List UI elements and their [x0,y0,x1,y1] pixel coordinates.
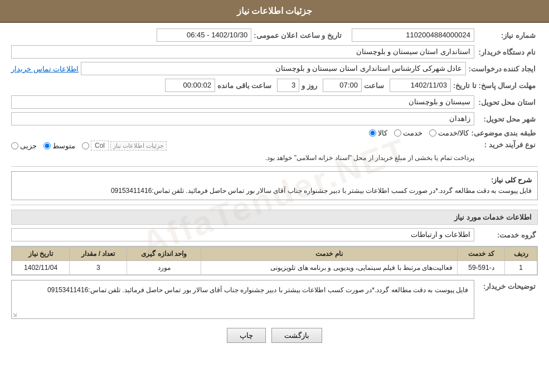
process-radio-group: جزیی متوسط جزئیات اطلاعات نیاز Col [11,141,474,151]
back-button[interactable]: بازگشت [271,328,322,343]
print-button[interactable]: چاپ [227,328,266,343]
category-kala-khedmat-label: کالا/خدمت [438,129,469,137]
process-type-label: نوع فرآیند خرید : [477,141,538,149]
city-value: زاهدان [11,112,474,125]
creator-value: عادل شهرکی کارشناس استانداری استان سیستا… [81,62,466,75]
table-row: 1 د-591-59 فعالیت‌های مرتبط با فیلم سینم… [12,261,537,275]
process-joz-label: جزیی [20,142,37,150]
col-row: ردیف [505,247,537,261]
city-label: شهر محل تحویل: [477,115,538,123]
category-option-kala[interactable]: کالا [369,129,387,137]
category-option-khedmat[interactable]: خدمت [394,129,422,137]
category-khedmat-label: خدمت [403,129,422,137]
cell-code: د-591-59 [458,261,505,275]
process-col-radio[interactable] [82,142,89,149]
services-table: ردیف کد خدمت نام خدمت واحد اندازه گیری ت… [11,246,538,275]
category-kala-khedmat-radio[interactable] [429,129,436,137]
buyer-name-label: نام دستگاه خریدار: [477,48,538,56]
deadline-remaining-value: 00:00:02 [165,79,215,92]
need-number-value: 1102004884000024 [352,28,474,42]
description-text: فایل پیوست به دقت مطالعه گردد.*در صورت ک… [111,187,532,195]
cell-name: فعالیت‌های مرتبط با فیلم سینمایی، ویدیوی… [201,261,458,275]
creator-label: ایجاد کننده درخواست: [468,65,538,73]
procurement-note: پرداخت تمام یا بخشی از مبلغ خریدار از مح… [11,154,474,162]
process-col-label: جزئیات اطلاعات نیاز [110,141,167,151]
col-code: کد خدمت [458,247,505,261]
deadline-time-value: 07:00 [323,79,362,92]
category-kala-radio[interactable] [369,129,376,137]
bottom-buttons: بازگشت چاپ [11,322,538,351]
cell-row: 1 [505,261,537,275]
province-value: سیستان و بلوچستان [11,95,474,109]
deadline-days-label: روز و [302,81,317,90]
deadline-date-value: 1402/11/03 [390,79,451,92]
category-option-kala-khedmat[interactable]: کالا/خدمت [429,129,469,137]
category-kala-label: کالا [378,129,387,137]
category-radio-group: کالا خدمت کالا/خدمت [369,129,469,137]
buyer-notes-text: فایل پیوست به دقت مطالعه گردد.*در صورت ک… [11,280,474,319]
buyer-notes-label: توضیحات خریدار: [477,280,538,291]
service-group-value: اطلاعات و ارتباطات [11,228,474,241]
category-label: طبقه بندی موضوعی: [471,129,538,137]
page-title: جزئیات اطلاعات نیاز [0,0,549,23]
cell-date: 1402/11/04 [12,261,70,275]
process-option-col[interactable]: جزئیات اطلاعات نیاز Col [82,141,167,151]
col-unit: واحد اندازه گیری [127,247,201,261]
col-name: نام خدمت [201,247,458,261]
announce-date-label: تاریخ و ساعت اعلان عمومی: [254,31,344,40]
contact-link[interactable]: اطلاعات تماس خریدار [11,65,79,73]
deadline-label: مهلت ارسال پاسخ: تا تاریخ: [453,81,538,90]
col-date: تاریخ نیاز [12,247,70,261]
cell-unit: مورد [127,261,201,275]
divider-1 [11,166,538,167]
divider-2 [11,205,538,205]
need-number-label: شماره نیاز: [477,31,538,40]
resize-icon: ⇲ [12,312,17,318]
process-joz-radio[interactable] [11,142,18,149]
process-option-joz[interactable]: جزیی [11,142,37,150]
process-col-text: Col [91,141,109,151]
process-motavasset-radio[interactable] [43,142,51,149]
buyer-name-value: استانداری استان سیستان و بلوچستان [11,45,474,59]
col-count: تعداد / مقدار [70,247,127,261]
deadline-time-label: ساعت [364,81,384,90]
deadline-remaining-label: ساعت باقی مانده [217,81,271,90]
description-label: شرح کلی نیاز: [491,176,532,184]
services-section-title: اطلاعات خدمات مورد نیاز [11,210,538,225]
cell-count: 3 [70,261,127,275]
province-label: استان محل تحویل: [477,98,538,107]
announce-date-value: 1402/10/30 - 06:45 [157,28,251,42]
process-option-motavasset[interactable]: متوسط [43,142,75,150]
category-khedmat-radio[interactable] [394,129,401,137]
service-group-label: گروه خدمت: [477,231,538,239]
description-box: شرح کلی نیاز: فایل پیوست به دقت مطالعه گ… [11,171,538,200]
process-motavasset-label: متوسط [52,142,75,150]
deadline-days-value: 3 [277,79,299,92]
